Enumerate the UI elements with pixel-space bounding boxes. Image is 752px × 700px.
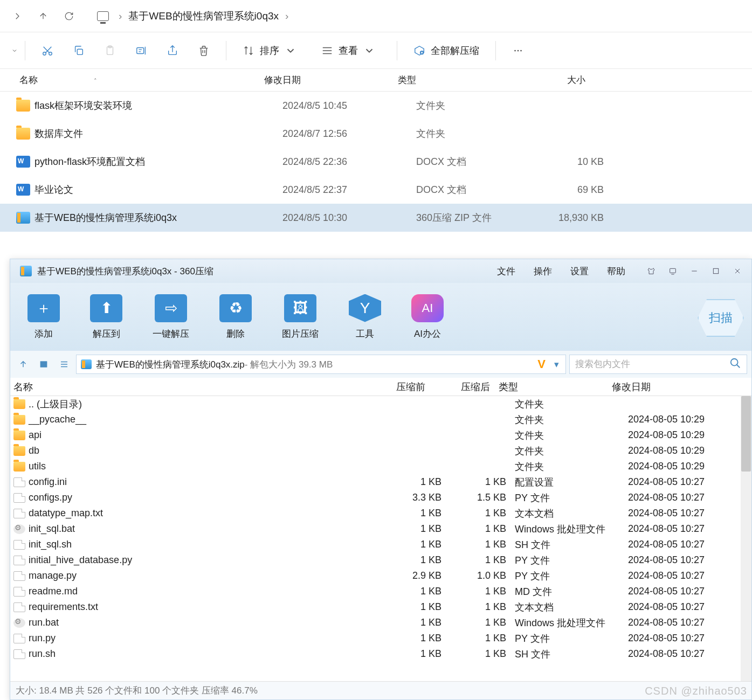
watermark: CSDN @zhihao503 bbox=[645, 685, 747, 697]
svg-point-1 bbox=[49, 52, 52, 55]
minimize-button[interactable] bbox=[685, 264, 704, 279]
add-button[interactable]: ＋添加 bbox=[27, 294, 60, 340]
menu-settings[interactable]: 设置 bbox=[570, 265, 589, 278]
path-input[interactable]: 基于WEB的慢性病管理系统i0q3x.zip - 解包大小为 39.3 MB V… bbox=[76, 355, 566, 374]
breadcrumb[interactable]: › 基于WEB的慢性病管理系统i0q3x › bbox=[82, 9, 295, 23]
archive-row[interactable]: init_sql.bat 1 KB 1 KB Windows 批处理文件 202… bbox=[10, 521, 751, 537]
view-list-button[interactable] bbox=[56, 356, 73, 373]
explorer-file-list: flask框架环境安装环境 2024/8/5 10:45 文件夹 数据库文件 2… bbox=[0, 92, 752, 232]
archive-row[interactable]: configs.py 3.3 KB 1.5 KB PY 文件 2024-08-0… bbox=[10, 490, 751, 505]
folder-icon bbox=[13, 415, 25, 425]
menu-help[interactable]: 帮助 bbox=[607, 265, 625, 278]
scrollbar[interactable] bbox=[741, 396, 751, 681]
v-badge-icon: V bbox=[529, 357, 554, 371]
archive-statusbar: 大小: 18.4 MB 共 526 个文件和 100 个文件夹 压缩率 46.7… bbox=[10, 681, 751, 699]
skin-button[interactable] bbox=[641, 264, 661, 279]
docx-icon bbox=[16, 156, 30, 168]
chevron-right-icon: › bbox=[285, 10, 288, 22]
zip-icon bbox=[16, 212, 30, 224]
file-icon bbox=[13, 602, 25, 612]
rename-button[interactable] bbox=[126, 38, 157, 63]
svg-point-9 bbox=[520, 50, 522, 51]
file-icon bbox=[13, 509, 25, 518]
new-dropdown[interactable] bbox=[5, 41, 18, 60]
archive-titlebar[interactable]: 基于WEB的慢性病管理系统i0q3x - 360压缩 文件 操作 设置 帮助 bbox=[10, 259, 751, 283]
svg-point-13 bbox=[731, 358, 738, 365]
archive-row[interactable]: db 文件夹 2024-08-05 10:29 bbox=[10, 443, 751, 459]
pc-icon bbox=[97, 11, 109, 21]
image-compress-button[interactable]: 🖼图片压缩 bbox=[282, 294, 319, 340]
scan-button[interactable]: 扫描 bbox=[698, 299, 744, 337]
explorer-row[interactable]: 数据库文件 2024/8/7 12:56 文件夹 bbox=[0, 120, 752, 148]
archive-pathbar: 基于WEB的慢性病管理系统i0q3x.zip - 解包大小为 39.3 MB V… bbox=[10, 351, 751, 378]
archive-row[interactable]: initial_hive_database.py 1 KB 1 KB PY 文件… bbox=[10, 552, 751, 568]
share-button[interactable] bbox=[157, 38, 188, 63]
extract-to-button[interactable]: ⬆解压到 bbox=[90, 294, 122, 340]
explorer-toolbar: 排序 查看 全部解压缩 bbox=[0, 32, 752, 69]
view-detail-button[interactable] bbox=[35, 356, 52, 373]
folder-icon bbox=[13, 431, 25, 440]
svg-point-7 bbox=[514, 50, 516, 51]
explorer-column-headers[interactable]: 名称˄ 修改日期 类型 大小 bbox=[0, 69, 752, 92]
tools-button[interactable]: Y工具 bbox=[349, 294, 381, 340]
archive-window: 基于WEB的慢性病管理系统i0q3x - 360压缩 文件 操作 设置 帮助 ＋… bbox=[10, 259, 752, 700]
chevron-right-icon: › bbox=[119, 10, 122, 22]
view-dropdown[interactable]: 查看 bbox=[312, 38, 390, 63]
archive-row[interactable]: api 文件夹 2024-08-05 10:29 bbox=[10, 427, 751, 443]
nav-up-button[interactable] bbox=[15, 356, 32, 373]
archive-row[interactable]: datatype_map.txt 1 KB 1 KB 文本文档 2024-08-… bbox=[10, 505, 751, 521]
sort-dropdown[interactable]: 排序 bbox=[233, 38, 312, 63]
search-box bbox=[569, 355, 747, 374]
zip-icon bbox=[81, 359, 92, 369]
chevron-down-icon[interactable]: ▾ bbox=[554, 359, 559, 370]
scrollbar-thumb[interactable] bbox=[741, 396, 751, 472]
archive-row[interactable]: run.bat 1 KB 1 KB Windows 批处理文件 2024-08-… bbox=[10, 615, 751, 630]
maximize-button[interactable] bbox=[706, 264, 726, 279]
breadcrumb-current: 基于WEB的慢性病管理系统i0q3x bbox=[128, 9, 279, 23]
delete-button[interactable]: ♻删除 bbox=[219, 294, 252, 340]
file-icon bbox=[13, 477, 25, 487]
up-button[interactable] bbox=[30, 5, 56, 27]
explorer-row[interactable]: flask框架环境安装环境 2024/8/5 10:45 文件夹 bbox=[0, 92, 752, 120]
archive-row[interactable]: __pycache__ 文件夹 2024-08-05 10:29 bbox=[10, 412, 751, 427]
archive-row[interactable]: utils 文件夹 2024-08-05 10:29 bbox=[10, 459, 751, 474]
svg-point-0 bbox=[43, 52, 46, 55]
paste-button[interactable] bbox=[94, 38, 126, 63]
more-button[interactable] bbox=[502, 38, 534, 63]
archive-row[interactable]: run.sh 1 KB 1 KB SH 文件 2024-08-05 10:27 bbox=[10, 646, 751, 662]
refresh-button[interactable] bbox=[56, 5, 82, 27]
explorer-row[interactable]: 毕业论文 2024/8/5 22:37 DOCX 文档 69 KB bbox=[0, 176, 752, 204]
forward-button[interactable] bbox=[4, 5, 30, 27]
archive-row[interactable]: requirements.txt 1 KB 1 KB 文本文档 2024-08-… bbox=[10, 599, 751, 615]
archive-row[interactable]: config.ini 1 KB 1 KB 配置设置 2024-08-05 10:… bbox=[10, 474, 751, 490]
archive-row[interactable]: .. (上级目录) 文件夹 bbox=[10, 396, 751, 412]
cut-button[interactable] bbox=[32, 38, 63, 63]
archive-file-list: .. (上级目录) 文件夹 __pycache__ 文件夹 2024-08-05… bbox=[10, 396, 751, 681]
archive-row[interactable]: manage.py 2.9 KB 1.0 KB PY 文件 2024-08-05… bbox=[10, 568, 751, 584]
folder-icon bbox=[13, 399, 25, 409]
search-icon[interactable] bbox=[729, 357, 741, 372]
ai-office-button[interactable]: AIAI办公 bbox=[411, 294, 444, 340]
close-button[interactable] bbox=[728, 264, 747, 279]
archive-column-headers[interactable]: 名称 压缩前 压缩后 类型 修改日期 bbox=[10, 378, 751, 396]
delete-button[interactable] bbox=[188, 38, 219, 63]
feedback-button[interactable] bbox=[663, 264, 682, 279]
archive-title: 基于WEB的慢性病管理系统i0q3x - 360压缩 bbox=[37, 265, 497, 278]
one-click-extract-button[interactable]: ⇨一键解压 bbox=[153, 294, 189, 340]
copy-button[interactable] bbox=[63, 38, 94, 63]
menu-operate[interactable]: 操作 bbox=[534, 265, 552, 278]
archive-row[interactable]: readme.md 1 KB 1 KB MD 文件 2024-08-05 10:… bbox=[10, 584, 751, 599]
archive-row[interactable]: run.py 1 KB 1 KB PY 文件 2024-08-05 10:27 bbox=[10, 630, 751, 646]
gear-icon bbox=[13, 524, 25, 534]
folder-icon bbox=[13, 462, 25, 472]
explorer-row[interactable]: python-flask环境配置文档 2024/8/5 22:36 DOCX 文… bbox=[0, 148, 752, 176]
docx-icon bbox=[16, 184, 30, 196]
search-input[interactable] bbox=[575, 359, 729, 370]
sort-indicator-icon: ˄ bbox=[94, 78, 97, 84]
explorer-row[interactable]: 基于WEB的慢性病管理系统i0q3x 2024/8/5 10:30 360压缩 … bbox=[0, 204, 752, 232]
file-icon bbox=[13, 649, 25, 659]
archive-row[interactable]: init_sql.sh 1 KB 1 KB SH 文件 2024-08-05 1… bbox=[10, 537, 751, 552]
file-icon bbox=[13, 571, 25, 581]
extract-all-button[interactable]: 全部解压缩 bbox=[404, 38, 489, 63]
menu-file[interactable]: 文件 bbox=[497, 265, 515, 278]
